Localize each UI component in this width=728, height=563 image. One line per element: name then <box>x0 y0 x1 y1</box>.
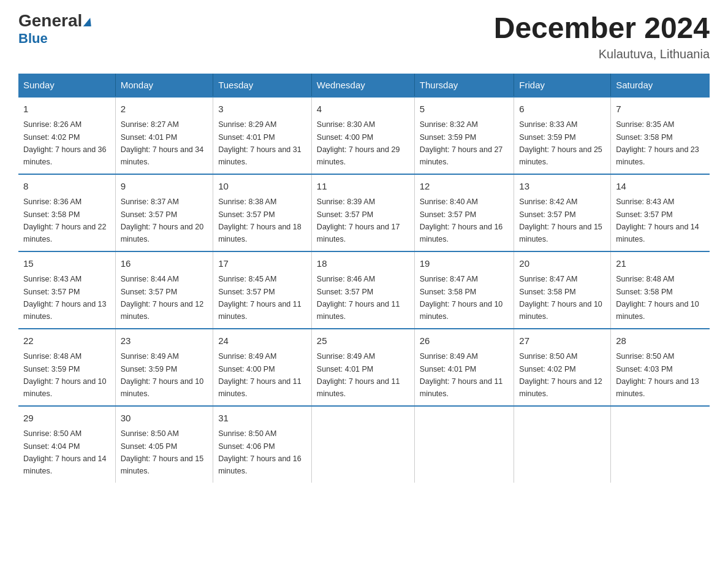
day-info: Sunrise: 8:50 AMSunset: 4:06 PMDaylight:… <box>218 429 301 475</box>
day-number: 25 <box>317 334 409 348</box>
day-info: Sunrise: 8:45 AMSunset: 3:57 PMDaylight:… <box>218 275 301 321</box>
day-number: 8 <box>23 180 110 194</box>
calendar-table: SundayMondayTuesdayWednesdayThursdayFrid… <box>18 74 710 483</box>
day-info: Sunrise: 8:48 AMSunset: 3:58 PMDaylight:… <box>616 275 699 321</box>
day-number: 22 <box>23 334 110 348</box>
day-number: 28 <box>616 334 705 348</box>
calendar-cell: 19Sunrise: 8:47 AMSunset: 3:58 PMDayligh… <box>414 251 514 329</box>
day-number: 11 <box>317 180 409 194</box>
calendar-cell: 6Sunrise: 8:33 AMSunset: 3:59 PMDaylight… <box>514 97 611 174</box>
day-info: Sunrise: 8:44 AMSunset: 3:57 PMDaylight:… <box>121 275 204 321</box>
calendar-cell: 11Sunrise: 8:39 AMSunset: 3:57 PMDayligh… <box>311 174 414 251</box>
page-title: December 2024 <box>494 12 710 45</box>
day-number: 4 <box>317 102 409 117</box>
calendar-cell: 26Sunrise: 8:49 AMSunset: 4:01 PMDayligh… <box>414 329 514 406</box>
calendar-cell: 29Sunrise: 8:50 AMSunset: 4:04 PMDayligh… <box>18 406 115 483</box>
day-number: 13 <box>519 180 605 194</box>
logo-blue: Blue <box>18 31 48 47</box>
week-row-2: 8Sunrise: 8:36 AMSunset: 3:58 PMDaylight… <box>18 174 710 251</box>
calendar-cell: 8Sunrise: 8:36 AMSunset: 3:58 PMDaylight… <box>18 174 115 251</box>
calendar-cell <box>414 406 514 483</box>
day-number: 2 <box>121 102 208 117</box>
day-number: 16 <box>121 257 208 271</box>
day-number: 29 <box>23 412 110 426</box>
header-sunday: Sunday <box>18 74 115 97</box>
day-info: Sunrise: 8:50 AMSunset: 4:04 PMDaylight:… <box>23 429 107 475</box>
day-number: 23 <box>121 334 208 348</box>
day-info: Sunrise: 8:46 AMSunset: 3:57 PMDaylight:… <box>317 275 400 321</box>
week-row-4: 22Sunrise: 8:48 AMSunset: 3:59 PMDayligh… <box>18 329 710 406</box>
day-info: Sunrise: 8:48 AMSunset: 3:59 PMDaylight:… <box>23 352 107 398</box>
week-row-1: 1Sunrise: 8:26 AMSunset: 4:02 PMDaylight… <box>18 97 710 174</box>
day-info: Sunrise: 8:47 AMSunset: 3:58 PMDaylight:… <box>519 275 602 321</box>
day-number: 17 <box>218 257 306 271</box>
calendar-cell <box>611 406 710 483</box>
day-info: Sunrise: 8:30 AMSunset: 4:00 PMDaylight:… <box>317 120 400 166</box>
calendar-cell: 18Sunrise: 8:46 AMSunset: 3:57 PMDayligh… <box>311 251 414 329</box>
day-number: 26 <box>420 334 509 348</box>
day-info: Sunrise: 8:50 AMSunset: 4:05 PMDaylight:… <box>121 429 204 475</box>
day-info: Sunrise: 8:33 AMSunset: 3:59 PMDaylight:… <box>519 120 602 166</box>
day-number: 19 <box>420 257 509 271</box>
day-info: Sunrise: 8:50 AMSunset: 4:03 PMDaylight:… <box>616 352 699 398</box>
calendar-cell: 28Sunrise: 8:50 AMSunset: 4:03 PMDayligh… <box>611 329 710 406</box>
day-number: 20 <box>519 257 605 271</box>
calendar-cell: 27Sunrise: 8:50 AMSunset: 4:02 PMDayligh… <box>514 329 611 406</box>
calendar-header-row: SundayMondayTuesdayWednesdayThursdayFrid… <box>18 74 710 97</box>
day-info: Sunrise: 8:27 AMSunset: 4:01 PMDaylight:… <box>121 120 204 166</box>
header-thursday: Thursday <box>414 74 514 97</box>
header-wednesday: Wednesday <box>311 74 414 97</box>
calendar-cell: 30Sunrise: 8:50 AMSunset: 4:05 PMDayligh… <box>115 406 213 483</box>
day-info: Sunrise: 8:38 AMSunset: 3:57 PMDaylight:… <box>218 197 301 243</box>
day-number: 14 <box>616 180 705 194</box>
calendar-cell: 3Sunrise: 8:29 AMSunset: 4:01 PMDaylight… <box>213 97 312 174</box>
calendar-cell: 14Sunrise: 8:43 AMSunset: 3:57 PMDayligh… <box>611 174 710 251</box>
day-number: 31 <box>218 412 306 426</box>
day-info: Sunrise: 8:26 AMSunset: 4:02 PMDaylight:… <box>23 120 107 166</box>
calendar-cell: 5Sunrise: 8:32 AMSunset: 3:59 PMDaylight… <box>414 97 514 174</box>
day-number: 1 <box>23 102 110 117</box>
day-info: Sunrise: 8:39 AMSunset: 3:57 PMDaylight:… <box>317 197 400 243</box>
day-number: 12 <box>420 180 509 194</box>
page-header: General Blue December 2024 Kulautuva, Li… <box>18 12 710 61</box>
day-info: Sunrise: 8:40 AMSunset: 3:57 PMDaylight:… <box>420 197 503 243</box>
day-info: Sunrise: 8:43 AMSunset: 3:57 PMDaylight:… <box>616 197 699 243</box>
day-info: Sunrise: 8:35 AMSunset: 3:58 PMDaylight:… <box>616 120 699 166</box>
week-row-3: 15Sunrise: 8:43 AMSunset: 3:57 PMDayligh… <box>18 251 710 329</box>
calendar-cell: 2Sunrise: 8:27 AMSunset: 4:01 PMDaylight… <box>115 97 213 174</box>
calendar-cell: 21Sunrise: 8:48 AMSunset: 3:58 PMDayligh… <box>611 251 710 329</box>
day-number: 27 <box>519 334 605 348</box>
calendar-cell: 22Sunrise: 8:48 AMSunset: 3:59 PMDayligh… <box>18 329 115 406</box>
calendar-cell: 12Sunrise: 8:40 AMSunset: 3:57 PMDayligh… <box>414 174 514 251</box>
day-number: 5 <box>420 102 509 117</box>
page-subtitle: Kulautuva, Lithuania <box>494 47 710 61</box>
calendar-cell: 9Sunrise: 8:37 AMSunset: 3:57 PMDaylight… <box>115 174 213 251</box>
day-info: Sunrise: 8:43 AMSunset: 3:57 PMDaylight:… <box>23 275 107 321</box>
calendar-cell <box>514 406 611 483</box>
calendar-cell: 23Sunrise: 8:49 AMSunset: 3:59 PMDayligh… <box>115 329 213 406</box>
calendar-cell <box>311 406 414 483</box>
calendar-cell: 20Sunrise: 8:47 AMSunset: 3:58 PMDayligh… <box>514 251 611 329</box>
day-info: Sunrise: 8:32 AMSunset: 3:59 PMDaylight:… <box>420 120 503 166</box>
day-info: Sunrise: 8:49 AMSunset: 4:00 PMDaylight:… <box>218 352 301 398</box>
day-number: 24 <box>218 334 306 348</box>
day-number: 21 <box>616 257 705 271</box>
day-info: Sunrise: 8:29 AMSunset: 4:01 PMDaylight:… <box>218 120 301 166</box>
day-info: Sunrise: 8:49 AMSunset: 4:01 PMDaylight:… <box>420 352 503 398</box>
header-monday: Monday <box>115 74 213 97</box>
logo: General Blue <box>18 12 92 47</box>
header-saturday: Saturday <box>611 74 710 97</box>
calendar-cell: 10Sunrise: 8:38 AMSunset: 3:57 PMDayligh… <box>213 174 312 251</box>
title-block: December 2024 Kulautuva, Lithuania <box>494 12 710 61</box>
day-number: 15 <box>23 257 110 271</box>
day-number: 30 <box>121 412 208 426</box>
header-tuesday: Tuesday <box>213 74 312 97</box>
calendar-cell: 15Sunrise: 8:43 AMSunset: 3:57 PMDayligh… <box>18 251 115 329</box>
calendar-cell: 4Sunrise: 8:30 AMSunset: 4:00 PMDaylight… <box>311 97 414 174</box>
day-info: Sunrise: 8:42 AMSunset: 3:57 PMDaylight:… <box>519 197 602 243</box>
day-info: Sunrise: 8:50 AMSunset: 4:02 PMDaylight:… <box>519 352 602 398</box>
day-number: 7 <box>616 102 705 117</box>
calendar-cell: 24Sunrise: 8:49 AMSunset: 4:00 PMDayligh… <box>213 329 312 406</box>
calendar-cell: 31Sunrise: 8:50 AMSunset: 4:06 PMDayligh… <box>213 406 312 483</box>
calendar-cell: 1Sunrise: 8:26 AMSunset: 4:02 PMDaylight… <box>18 97 115 174</box>
